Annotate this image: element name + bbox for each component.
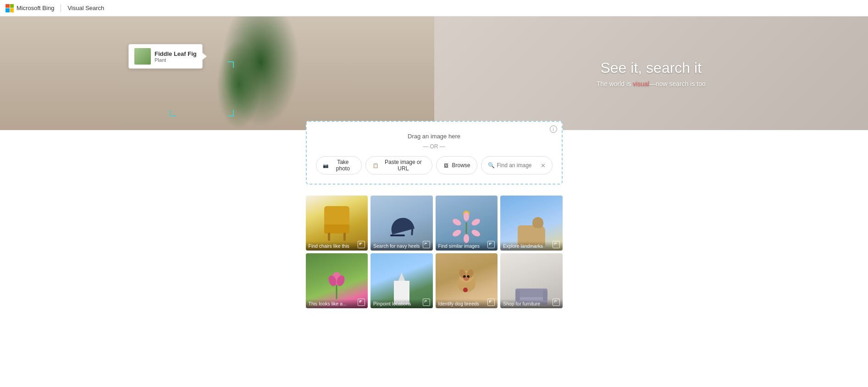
chair-label: Find chairs like this	[309, 243, 349, 249]
grid-item-landmarks[interactable]: Explore landmarks	[500, 196, 563, 251]
browse-label: Browse	[452, 162, 470, 169]
expand-icon[interactable]	[358, 241, 365, 248]
expand-icon[interactable]	[553, 299, 560, 306]
crop-corner-br	[227, 110, 234, 116]
tulip-svg	[324, 262, 349, 299]
chair-shape-icon	[324, 206, 349, 240]
svg-point-11	[463, 288, 468, 292]
grid-item-sofa[interactable]: Shop for furniture	[500, 253, 563, 308]
grid-item-heels[interactable]: Search for navy heels	[370, 196, 433, 251]
find-image-input-wrap[interactable]: 🔍 ✕	[481, 156, 553, 174]
hero-heading: See it, search it	[597, 60, 706, 76]
tooltip-content: Fiddle Leaf Fig Plant	[155, 50, 197, 63]
info-icon[interactable]: i	[550, 125, 557, 133]
tulip-label: This looks like a...	[309, 301, 347, 306]
product-title: Visual Search	[67, 5, 104, 11]
heels-label: Search for navy heels	[373, 243, 420, 249]
browse-button[interactable]: 🖼 Browse	[436, 156, 477, 174]
brand-name: Microsoft Bing	[17, 5, 54, 11]
grid-item-dog[interactable]: Identify dog breeds	[436, 253, 498, 308]
tooltip-thumbnail	[134, 48, 151, 65]
paste-url-label: Paste image or URL	[381, 159, 426, 172]
dog-svg	[453, 265, 480, 297]
plant-tooltip: Fiddle Leaf Fig Plant	[128, 44, 203, 69]
upload-button-group: 📷 Take photo 📋 Paste image or URL 🖼 Brow…	[316, 156, 553, 174]
paste-url-button[interactable]: 📋 Paste image or URL	[365, 156, 432, 174]
or-divider: — OR —	[316, 143, 553, 150]
microsoft-logo-icon	[6, 4, 14, 12]
flower-shape-icon	[455, 207, 478, 239]
take-photo-label: Take photo	[331, 159, 355, 172]
hero-subtext: The world is visual—now search is too	[597, 80, 706, 87]
crop-corner-bl	[170, 110, 176, 116]
expand-icon[interactable]	[423, 299, 430, 306]
subtext-suffix: —now search is too	[649, 80, 706, 87]
subtext-prefix: The world is	[597, 80, 633, 87]
upload-drop-zone[interactable]: i Drag an image here — OR — 📷 Take photo…	[306, 121, 563, 185]
drag-text: Drag an image here	[316, 133, 553, 140]
dog-label: Identify dog breeds	[438, 301, 479, 306]
hero-banner: Fiddle Leaf Fig Plant See it, search it …	[0, 16, 868, 130]
landmarks-label: Explore landmarks	[503, 243, 543, 249]
take-photo-button[interactable]: 📷 Take photo	[316, 156, 362, 174]
subtext-emphasis: visual	[633, 80, 649, 87]
expand-icon[interactable]	[487, 299, 495, 306]
grid-item-chairs[interactable]: Find chairs like this	[306, 196, 368, 251]
header: Microsoft Bing Visual Search	[0, 0, 868, 16]
grid-item-tulip[interactable]: This looks like a...	[306, 253, 368, 308]
svg-point-10	[464, 277, 469, 281]
tooltip-subtitle: Plant	[155, 57, 197, 63]
tooltip-arrow-icon	[202, 53, 207, 60]
tooltip-title: Fiddle Leaf Fig	[155, 50, 197, 57]
flower-label: Find similar images	[438, 243, 480, 249]
expand-icon[interactable]	[553, 241, 560, 248]
close-icon[interactable]: ✕	[541, 162, 546, 169]
grid-item-temple[interactable]: Pinpoint locations	[370, 253, 433, 308]
crop-corner-tr	[227, 61, 234, 68]
image-browse-icon: 🖼	[443, 162, 449, 169]
brand-logo: Microsoft Bing Visual Search	[6, 4, 104, 12]
hero-text-block: See it, search it The world is visual—no…	[597, 60, 706, 87]
camera-icon: 📷	[323, 162, 329, 169]
header-divider	[61, 5, 61, 12]
temple-label: Pinpoint locations	[373, 301, 411, 306]
hero-right-panel: See it, search it The world is visual—no…	[434, 16, 868, 130]
grid-item-flowers[interactable]: Find similar images	[436, 196, 498, 251]
heel-shape-icon	[390, 207, 413, 239]
crop-selection	[170, 61, 234, 116]
search-icon: 🔍	[488, 162, 495, 169]
sofa-label: Shop for furniture	[503, 301, 540, 306]
expand-icon[interactable]	[423, 241, 430, 248]
find-image-input[interactable]	[497, 162, 538, 169]
example-grid: Find chairs like this Search for navy he…	[306, 196, 563, 308]
clipboard-icon: 📋	[372, 162, 378, 169]
hero-left-panel: Fiddle Leaf Fig Plant	[0, 16, 434, 130]
expand-icon[interactable]	[487, 241, 495, 248]
expand-icon[interactable]	[358, 299, 365, 306]
